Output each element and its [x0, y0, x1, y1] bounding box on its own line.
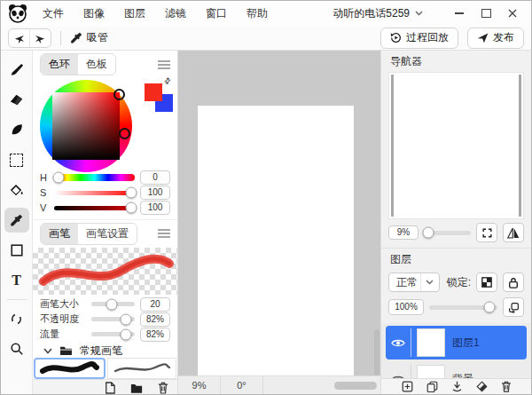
- undo-button[interactable]: [9, 29, 29, 47]
- tab-color-swatches[interactable]: 色板: [78, 54, 115, 75]
- navigator-zoom-value[interactable]: 9%: [388, 225, 419, 240]
- clear-layer-icon[interactable]: [476, 381, 488, 392]
- hue-slider[interactable]: [54, 174, 135, 181]
- quick-toolbar: 吸管 过程回放 发布: [1, 26, 531, 51]
- brush-folder-icon[interactable]: [130, 383, 143, 393]
- brush-group-header[interactable]: 常规画笔: [33, 344, 177, 358]
- canvas-area[interactable]: 9% 0°: [178, 51, 380, 394]
- document-title[interactable]: 动听的电话5259: [332, 6, 423, 21]
- layer-opacity-handle[interactable]: [483, 302, 495, 313]
- brush-panel-menu-icon[interactable]: [158, 229, 170, 238]
- tool-blend[interactable]: [4, 117, 29, 142]
- hsv-sliders: H 0 S 100 V 100: [33, 169, 177, 220]
- flip-horizontal-icon: [507, 227, 520, 239]
- fit-screen-button[interactable]: [476, 223, 497, 242]
- canvas-hscroll-thumb[interactable]: [334, 382, 377, 390]
- saturation-slider[interactable]: [54, 191, 135, 195]
- add-layer-icon[interactable]: [402, 381, 413, 392]
- lock-layer-button[interactable]: [503, 273, 524, 292]
- maximize-button[interactable]: [473, 3, 499, 24]
- close-button[interactable]: [499, 3, 526, 24]
- active-tool-label: 吸管: [87, 30, 108, 45]
- toolbar-separator: [60, 31, 61, 45]
- process-replay-label: 过程回放: [406, 30, 449, 45]
- saturation-slider-handle[interactable]: [126, 187, 137, 199]
- publish-button[interactable]: 发布: [467, 28, 524, 49]
- merge-down-icon[interactable]: [451, 381, 463, 392]
- blend-mode-dropdown[interactable]: 正常: [388, 273, 440, 292]
- tool-brush[interactable]: [4, 57, 29, 82]
- menu-help[interactable]: 帮助: [237, 1, 278, 26]
- value-slider[interactable]: [54, 206, 135, 210]
- visibility-eye-icon[interactable]: [386, 375, 411, 379]
- navigator-zoom-handle[interactable]: [422, 227, 434, 239]
- navigator-zoom-slider[interactable]: [424, 231, 471, 235]
- brush-opacity-label: 不透明度: [40, 312, 86, 326]
- value-label: V: [40, 202, 49, 213]
- new-brush-icon[interactable]: [105, 382, 115, 394]
- brush-flow-handle[interactable]: [120, 328, 131, 340]
- duplicate-layer-icon[interactable]: [426, 381, 438, 392]
- foreground-color-swatch[interactable]: [145, 83, 162, 101]
- menu-layer[interactable]: 图层: [114, 1, 155, 26]
- brush-thumb-2[interactable]: [107, 358, 177, 379]
- menu-filter[interactable]: 滤镜: [155, 1, 196, 26]
- saturation-value-square[interactable]: [52, 92, 120, 160]
- brush-size-handle[interactable]: [106, 298, 117, 310]
- tool-select[interactable]: [4, 147, 29, 172]
- document-title-text: 动听的电话5259: [332, 6, 410, 21]
- navigator-preview[interactable]: [388, 72, 524, 219]
- tool-eyedropper[interactable]: [4, 208, 29, 233]
- minimize-button[interactable]: [446, 3, 473, 24]
- menu-image[interactable]: 图像: [74, 1, 114, 26]
- menu-window[interactable]: 窗口: [196, 1, 237, 26]
- color-panel-menu-icon[interactable]: [158, 60, 170, 69]
- canvas-page[interactable]: [198, 106, 354, 378]
- layer-row-1[interactable]: 图层1: [386, 326, 527, 359]
- chevron-down-icon: [420, 273, 439, 291]
- brush-size-value[interactable]: 20: [140, 297, 170, 312]
- tab-brush[interactable]: 画笔: [41, 224, 78, 244]
- canvas-vertical-scrollbar[interactable]: [374, 329, 379, 375]
- brush-size-slider[interactable]: [91, 302, 135, 306]
- navigator-title: 导航器: [381, 51, 531, 72]
- canvas-horizontal-scrollbar[interactable]: [263, 376, 380, 394]
- brush-thumb-1[interactable]: [34, 358, 106, 379]
- delete-brush-icon[interactable]: [158, 382, 168, 394]
- hue-slider-handle[interactable]: [52, 172, 64, 184]
- tool-eraser[interactable]: [4, 87, 29, 112]
- fit-screen-icon: [481, 227, 493, 239]
- brush-flow-value[interactable]: 82%: [140, 328, 170, 342]
- tool-bucket[interactable]: [4, 178, 29, 202]
- tab-brush-settings[interactable]: 画笔设置: [78, 224, 137, 244]
- tool-zoom[interactable]: [4, 336, 29, 361]
- canvas-status-bar: 9% 0°: [178, 375, 380, 394]
- brush-opacity-slider[interactable]: [91, 317, 135, 321]
- value-value[interactable]: 100: [140, 201, 170, 215]
- brush-opacity-handle[interactable]: [120, 313, 131, 325]
- process-replay-button[interactable]: 过程回放: [380, 28, 458, 49]
- brush-opacity-value[interactable]: 82%: [140, 312, 170, 327]
- brush-flow-slider[interactable]: [91, 332, 135, 336]
- redo-button[interactable]: [29, 29, 51, 47]
- layer-row-2[interactable]: 背景: [386, 362, 527, 378]
- saturation-value[interactable]: 100: [140, 186, 170, 200]
- layer-opacity-value[interactable]: 100%: [388, 299, 424, 315]
- tool-text[interactable]: T: [4, 268, 29, 293]
- value-slider-handle[interactable]: [126, 202, 137, 214]
- menu-file[interactable]: 文件: [33, 1, 74, 26]
- canvas-zoom-value[interactable]: 9%: [178, 376, 221, 394]
- flip-horizontal-button[interactable]: [503, 223, 524, 242]
- toolbar-right: 过程回放 发布: [380, 28, 524, 49]
- tool-rotate[interactable]: [4, 306, 29, 331]
- tab-color-wheel[interactable]: 色环: [41, 54, 78, 75]
- delete-layer-icon[interactable]: [501, 381, 512, 392]
- visibility-eye-icon[interactable]: [386, 338, 411, 348]
- hue-value[interactable]: 0: [140, 170, 170, 185]
- alpha-lock-button[interactable]: [476, 273, 497, 292]
- canvas-rotation-value[interactable]: 0°: [221, 376, 263, 394]
- tool-shape[interactable]: [4, 238, 29, 263]
- brush-flow-row: 流量 82%: [40, 327, 170, 342]
- layer-opacity-slider[interactable]: [429, 305, 497, 310]
- clipping-button[interactable]: [503, 297, 524, 317]
